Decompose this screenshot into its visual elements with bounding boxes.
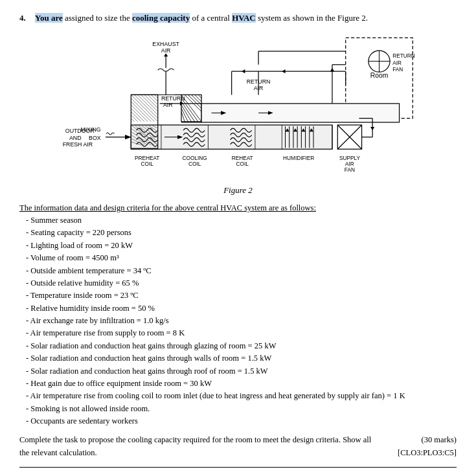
svg-marker-94 (242, 69, 245, 73)
svg-text:BOX: BOX (89, 134, 101, 141)
svg-text:REHEAT: REHEAT (231, 155, 253, 161)
svg-line-54 (151, 95, 157, 101)
info-section: The information data and design criteria… (19, 202, 457, 428)
task-right: (30 marks) [CLO3:PLO3:C5] (379, 434, 457, 459)
svg-line-41 (181, 98, 198, 121)
list-item: - Air temperature rise from cooling coil… (19, 390, 457, 402)
info-heading: The information data and design criteria… (19, 202, 457, 214)
highlight-you-are: You are (35, 13, 63, 23)
question-text: You are assigned to size the cooling cap… (35, 12, 368, 25)
svg-text:OUTDOOR: OUTDOOR (65, 128, 94, 134)
svg-text:AIR: AIR (345, 161, 354, 167)
highlight-cooling-capacity: cooling capacity (132, 13, 190, 23)
svg-text:COIL: COIL (188, 161, 201, 167)
figure-caption: Figure 2 (51, 185, 426, 196)
svg-line-62 (131, 118, 134, 121)
question-number: 4. (19, 12, 31, 25)
svg-text:AIR: AIR (392, 60, 402, 65)
svg-text:SUPPLY: SUPPLY (339, 155, 359, 161)
list-item: - Occupants are sedentary workers (19, 415, 457, 427)
svg-text:RETURN: RETURN (392, 53, 414, 59)
svg-line-59 (131, 108, 144, 122)
task-text: Complete the task to propose the cooling… (19, 434, 379, 459)
text-middle2: of a central (192, 13, 232, 23)
svg-text:EXHAUST: EXHAUST (152, 40, 179, 47)
list-item: - Volume of room = 4500 m³ (19, 252, 457, 264)
svg-text:COIL: COIL (236, 161, 249, 167)
text-middle1: assigned to size the (65, 13, 132, 23)
list-item: - Relative humidity inside room = 50 % (19, 302, 457, 315)
list-item: - Solar radiation and conduction heat ga… (19, 340, 457, 352)
svg-text:RETURN: RETURN (246, 78, 270, 84)
svg-text:COOLING: COOLING (182, 155, 207, 161)
figure-container: Room RETURN AIR FAN SUPPLY AIR FAN PREHE… (51, 31, 426, 196)
info-items-list: - Summer season- Seating capacity = 220 … (19, 214, 457, 427)
task-reference: [CLO3:PLO3:C5] (398, 448, 457, 457)
svg-rect-85 (201, 103, 400, 122)
highlight-hvac: HVAC (232, 13, 256, 23)
svg-marker-95 (282, 69, 285, 73)
svg-line-56 (131, 98, 154, 121)
bottom-divider (19, 467, 457, 468)
svg-line-43 (181, 104, 191, 121)
svg-text:HUMIDIFIER: HUMIDIFIER (283, 155, 314, 161)
svg-line-49 (134, 95, 157, 118)
svg-text:FAN: FAN (344, 167, 354, 173)
svg-line-55 (154, 95, 157, 98)
task-marks: (30 marks) (422, 435, 457, 444)
svg-line-61 (131, 115, 137, 121)
list-item: - Seating capacity = 220 persons (19, 227, 457, 239)
svg-text:Room: Room (370, 72, 388, 79)
list-item: - Air exchange rate by infiltration = 1.… (19, 315, 457, 327)
task-row: Complete the task to propose the cooling… (19, 434, 457, 459)
svg-marker-107 (370, 127, 374, 130)
svg-text:FAN: FAN (392, 67, 403, 73)
list-item: - Heat gain due to office equipment insi… (19, 378, 457, 390)
task-section: Complete the task to propose the cooling… (19, 434, 457, 459)
svg-text:RETURN: RETURN (161, 95, 185, 101)
list-item: - Solar radiation and conduction heat ga… (19, 352, 457, 365)
svg-line-58 (131, 104, 148, 121)
svg-text:COIL: COIL (141, 161, 153, 167)
svg-line-51 (141, 95, 157, 111)
list-item: - Outside relative humidity = 65 % (19, 277, 457, 289)
list-item: - Air temperature rise from supply to ro… (19, 327, 457, 339)
svg-text:FRESH AIR: FRESH AIR (62, 141, 92, 148)
question-header: 4. You are assigned to size the cooling … (19, 12, 457, 25)
svg-line-40 (198, 95, 201, 98)
svg-text:AIR: AIR (161, 47, 170, 54)
svg-text:AIR: AIR (163, 102, 173, 108)
list-item: - Outside ambient temperature = 34 ºC (19, 265, 457, 277)
svg-line-50 (137, 95, 157, 115)
list-item: - Temperature inside room = 23 ºC (19, 289, 457, 302)
svg-text:AND: AND (69, 134, 82, 141)
text-end: system as shown in the Figure 2. (258, 13, 368, 23)
list-item: - Summer season (19, 214, 457, 227)
svg-text:PREHEAT: PREHEAT (134, 155, 159, 161)
svg-marker-110 (330, 67, 334, 71)
hvac-diagram: Room RETURN AIR FAN SUPPLY AIR FAN PREHE… (51, 31, 426, 185)
svg-line-45 (181, 111, 184, 122)
svg-line-57 (131, 101, 151, 121)
svg-line-42 (181, 101, 194, 121)
list-item: - Smoking is not allowed inside room. (19, 403, 457, 415)
svg-line-39 (194, 95, 201, 101)
list-item: - Solar radiation and conduction heat ga… (19, 365, 457, 378)
list-item: - Lighting load of room = 20 kW (19, 240, 457, 252)
svg-line-48 (131, 95, 157, 121)
svg-line-52 (144, 95, 158, 108)
svg-text:AIR: AIR (253, 85, 263, 91)
